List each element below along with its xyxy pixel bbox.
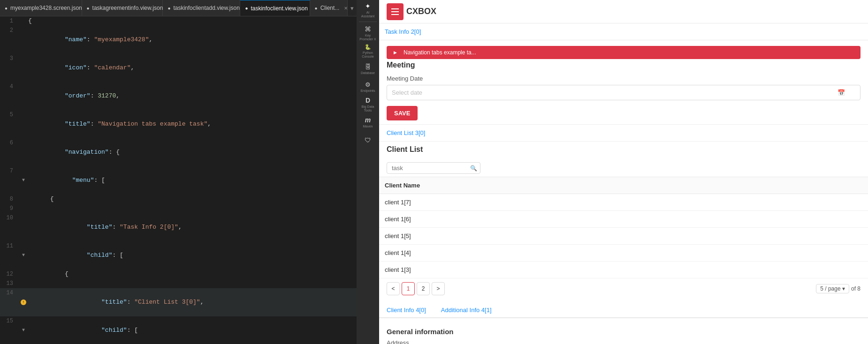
maven-icon[interactable]: m Maven bbox=[359, 114, 376, 131]
save-button[interactable]: SAVE bbox=[387, 106, 418, 120]
app-header: CXBOX bbox=[379, 0, 868, 23]
page-total-text: of 8 bbox=[851, 285, 860, 292]
client-table-body: client 1[7]client 1[6]client 1[5]client … bbox=[379, 194, 868, 278]
code-line-14: 14 ! "title": "Client List 3[0]", bbox=[0, 288, 357, 316]
tab-label-4: taskinfoclient.view.json bbox=[251, 5, 307, 12]
code-editor: 1 { 2 "name": "myexample3428", 3 "icon":… bbox=[0, 16, 357, 344]
line-gutter-4 bbox=[19, 82, 28, 110]
page-prev-button[interactable]: < bbox=[387, 282, 400, 295]
tab-taskinfoclientadd[interactable]: ● taskinfoclientadd.view.json ✕ bbox=[163, 0, 240, 16]
general-info-title: General information bbox=[387, 328, 860, 336]
line-content-9 bbox=[28, 204, 357, 213]
task-info-2-link[interactable]: Task Info 2[0] bbox=[385, 26, 421, 37]
line-number-7: 7 bbox=[0, 166, 19, 194]
fold-arrow-11[interactable]: ▼ bbox=[19, 241, 28, 269]
line-content-15: "child": [ bbox=[28, 316, 357, 344]
client-name-cell: client 1[6] bbox=[379, 211, 868, 228]
code-line-4: 4 "order": 31270, bbox=[0, 82, 357, 110]
tab-client-info-4[interactable]: Client Info 4[0] bbox=[379, 303, 434, 318]
side-divider-1 bbox=[359, 22, 377, 22]
tab-icon-5: ● bbox=[315, 6, 318, 11]
line-gutter-14: ! bbox=[19, 288, 28, 316]
editor-tabs-bar: ● myexample3428.screen.json ✕ ● taskagre… bbox=[0, 0, 357, 16]
tabs-overflow-menu[interactable]: ▾ bbox=[348, 5, 357, 12]
page-next-button[interactable]: > bbox=[432, 282, 445, 295]
code-line-7: 7 ▼ "menu": [ bbox=[0, 166, 357, 194]
code-line-6: 6 "navigation": { bbox=[0, 138, 357, 166]
shield-icon[interactable]: 🛡 bbox=[359, 132, 376, 149]
bigdata-icon[interactable]: D Big DataTools bbox=[359, 96, 376, 113]
table-row[interactable]: client 1[3] bbox=[379, 262, 868, 278]
code-line-12: 12 { bbox=[0, 269, 357, 279]
line-gutter-13 bbox=[19, 279, 28, 288]
search-input[interactable] bbox=[387, 162, 480, 174]
code-line-9: 9 bbox=[0, 204, 357, 213]
logo-box bbox=[387, 3, 404, 20]
ai-label: AIAssistant bbox=[361, 11, 374, 18]
table-header-row: Client Name bbox=[379, 177, 868, 194]
meeting-date-input[interactable]: Select date 📅 bbox=[387, 85, 860, 100]
line-content-10: "title": "Task Info 2[0]", bbox=[28, 213, 357, 241]
bd-symbol: D bbox=[365, 97, 370, 104]
editor-area: ● myexample3428.screen.json ✕ ● taskagre… bbox=[0, 0, 357, 344]
fold-arrow-7[interactable]: ▼ bbox=[19, 166, 28, 194]
client-list-section: Client List 🔍 Client Name client 1[7]cli… bbox=[379, 142, 868, 344]
line-number-4: 4 bbox=[0, 82, 19, 110]
tab-client[interactable]: ● Client... ✕ bbox=[310, 0, 348, 16]
table-row[interactable]: client 1[6] bbox=[379, 211, 868, 228]
key-symbol: ⌘ bbox=[365, 25, 371, 33]
client-list-link-row: Client List 3[0] bbox=[379, 125, 868, 142]
line-number-10: 10 bbox=[0, 213, 19, 241]
line-number-1: 1 bbox=[0, 16, 19, 26]
date-placeholder: Select date bbox=[392, 89, 422, 96]
page-size-value[interactable]: 5 / page ▾ bbox=[816, 284, 849, 293]
code-line-1: 1 { bbox=[0, 16, 357, 26]
line-gutter-12 bbox=[19, 269, 28, 279]
table-row[interactable]: client 1[7] bbox=[379, 194, 868, 211]
column-header-name: Client Name bbox=[379, 177, 868, 194]
key-promoter-icon[interactable]: ⌘ KeyPromoter X bbox=[359, 25, 376, 42]
tab-taskinfoclient[interactable]: ● taskinfoclient.view.json ✕ bbox=[240, 0, 310, 16]
table-row[interactable]: client 1[4] bbox=[379, 245, 868, 262]
nav-alert-banner: ▶ Navigation tabs example ta... bbox=[387, 46, 860, 59]
python-console-icon[interactable]: 🐍 PythonConsole bbox=[359, 43, 376, 60]
fold-arrow-15[interactable]: ▼ bbox=[19, 316, 28, 344]
meeting-section: ▶ Navigation tabs example ta... Meeting … bbox=[379, 40, 868, 125]
line-number-13: 13 bbox=[0, 279, 19, 288]
table-row[interactable]: client 1[5] bbox=[379, 228, 868, 245]
line-content-1: { bbox=[28, 16, 357, 26]
line-content-2: "name": "myexample3428", bbox=[28, 26, 357, 54]
endpoints-icon[interactable]: ⚙ Endpoints bbox=[359, 78, 376, 95]
tab-icon-4: ● bbox=[245, 6, 248, 11]
client-name-cell: client 1[4] bbox=[379, 245, 868, 262]
line-content-3: "icon": "calendar", bbox=[28, 54, 357, 82]
app-logo: CXBOX bbox=[387, 3, 436, 20]
tab-myexample[interactable]: ● myexample3428.screen.json ✕ bbox=[0, 0, 82, 16]
client-list-3-link[interactable]: Client List 3[0] bbox=[387, 127, 425, 138]
tab-taskagreement[interactable]: ● taskagreementinfo.view.json ✕ bbox=[82, 0, 163, 16]
page-1-button[interactable]: 1 bbox=[402, 282, 415, 295]
main-app: CXBOX Task Info 2[0] ▶ Navigation tabs e… bbox=[379, 0, 868, 344]
code-line-8: 8 { bbox=[0, 194, 357, 204]
db-label: Database bbox=[361, 71, 375, 75]
ai-assistant-icon[interactable]: ✦ AIAssistant bbox=[359, 2, 376, 19]
meeting-title: Meeting bbox=[387, 61, 860, 69]
page-size-selector: 5 / page ▾ of 8 bbox=[816, 284, 860, 293]
line-gutter-8 bbox=[19, 194, 28, 204]
page-2-button[interactable]: 2 bbox=[417, 282, 430, 295]
line-number-15: 15 bbox=[0, 316, 19, 344]
tab-icon-2: ● bbox=[87, 6, 90, 11]
side-icons-panel: ✦ AIAssistant ⌘ KeyPromoter X 🐍 PythonCo… bbox=[357, 0, 379, 344]
line-number-11: 11 bbox=[0, 241, 19, 269]
right-panel: ✦ AIAssistant ⌘ KeyPromoter X 🐍 PythonCo… bbox=[357, 0, 868, 344]
line-content-12: { bbox=[28, 269, 357, 279]
code-line-5: 5 "title": "Navigation tabs example task… bbox=[0, 110, 357, 138]
meeting-date-label: Meeting Date bbox=[387, 75, 860, 82]
database-icon[interactable]: 🗄 Database bbox=[359, 60, 376, 77]
client-list-title: Client List bbox=[387, 145, 860, 154]
line-content-14: "title": "Client List 3[0]", bbox=[28, 288, 357, 316]
alert-icon: ▶ bbox=[391, 49, 399, 56]
line-content-7: "menu": [ bbox=[28, 166, 357, 194]
tab-label-3: taskinfoclientadd.view.json bbox=[173, 5, 239, 11]
tab-additional-info-4[interactable]: Additional Info 4[1] bbox=[434, 303, 499, 318]
